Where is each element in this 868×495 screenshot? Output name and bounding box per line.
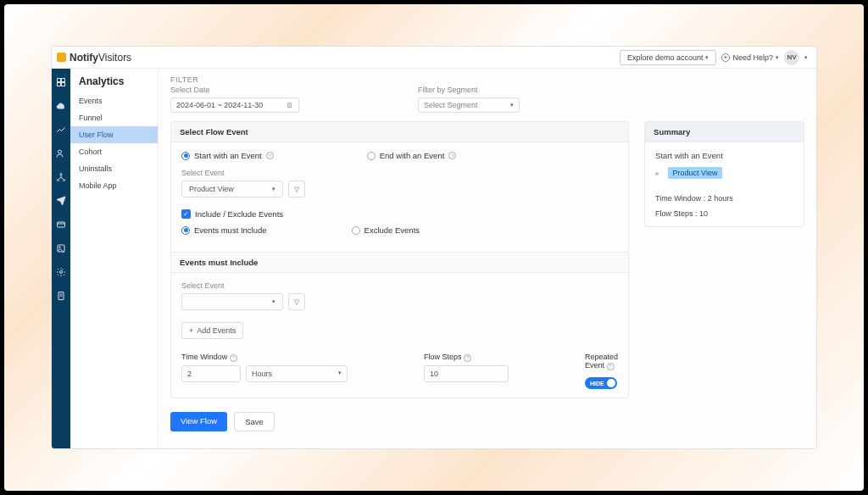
nav-settings-icon[interactable] [56,267,66,277]
chevron-down-icon: ▾ [272,298,275,305]
filter-heading: FILTER [170,75,804,84]
avatar[interactable]: NV [784,50,799,65]
repeated-event-toggle[interactable]: HIDE [585,377,617,389]
plus-icon: + [189,326,193,335]
include-event-select[interactable]: ▾ [181,293,283,310]
filter-icon-button[interactable]: ▽ [288,181,305,197]
summary-header: Summary [645,122,804,142]
chevron-down-icon: ▾ [776,54,779,61]
flow-panel-header: Select Flow Event [171,122,628,142]
help-icon[interactable]: ? [464,354,471,362]
date-range-input[interactable]: 2024-06-01 ~ 2024-11-30 🗓 [170,97,299,113]
chevron-down-icon: ▾ [510,102,514,108]
exclude-events-radio[interactable]: Exclude Events [352,225,420,235]
segment-label: Filter by Segment [418,86,520,94]
bullet-icon [655,172,659,175]
must-include-radio[interactable]: Events must Include [181,225,267,235]
radio-checked-icon [181,152,190,160]
nav-cloud-icon[interactable] [56,101,66,111]
svg-rect-1 [62,79,65,82]
svg-rect-8 [58,222,65,227]
brand-light: Visitors [98,52,131,64]
explore-account-button[interactable]: Explore demo account ▾ [620,50,717,65]
help-icon[interactable]: ? [266,152,274,159]
svg-rect-3 [62,83,65,86]
lifebuoy-icon: ✦ [721,53,730,62]
svg-point-5 [60,174,62,175]
summary-panel: Summary Start with an Event Product View… [644,121,804,227]
save-button[interactable]: Save [234,412,275,431]
select-event-label-2: Select Event [181,281,618,290]
svg-point-6 [58,180,59,181]
nav-send-icon[interactable] [56,196,66,206]
add-events-button[interactable]: + Add Events [181,322,243,339]
summary-event-tag: Product View [668,167,723,179]
time-unit-select[interactable]: Hours ▾ [246,365,348,382]
need-help-button[interactable]: ✦ Need Help? ▾ [721,53,779,62]
flow-steps-label: Flow Steps [424,353,462,361]
time-window-label: Time Window [181,353,227,361]
svg-point-4 [58,150,62,153]
nav-users-icon[interactable] [56,148,66,159]
radio-empty-icon [367,152,376,160]
svg-point-12 [60,271,63,274]
summary-time-window: Time Window : 2 hours [655,194,793,203]
sidebar-item-events[interactable]: Events [70,92,158,109]
brand-logo: NotifyVisitors [57,52,131,64]
nav-analytics-icon[interactable] [56,125,66,135]
sub-sidebar: Analytics Events Funnel User Flow Cohort… [70,69,159,448]
time-value-input[interactable]: 2 [181,365,241,382]
view-flow-button[interactable]: View Flow [170,412,227,431]
help-icon[interactable]: ? [230,354,237,362]
svg-point-11 [59,247,61,248]
brand-bold: Notify [70,52,98,64]
summary-flow-steps: Flow Steps : 10 [655,209,793,218]
summary-start-label: Start with an Event [655,151,793,160]
select-event-label: Select Event [181,169,618,177]
must-include-header: Events must Include [171,252,628,273]
flow-steps-input[interactable]: 10 [424,365,509,382]
toggle-knob [607,379,615,387]
svg-rect-0 [58,79,61,82]
help-icon[interactable]: ? [448,152,456,159]
nav-dashboard-icon[interactable] [56,77,66,87]
event-select[interactable]: Product View ▾ [181,181,283,197]
svg-rect-2 [58,83,61,86]
radio-empty-icon [352,226,360,235]
sidebar-item-funnel[interactable]: Funnel [70,109,158,126]
sidebar-item-uninstalls[interactable]: Uninstalls [70,160,158,177]
sidebar-item-mobile-app[interactable]: Mobile App [70,177,158,194]
start-with-event-radio[interactable]: Start with an Event ? [181,151,274,160]
nav-card-icon[interactable] [56,220,66,230]
nav-image-icon[interactable] [56,243,66,253]
end-with-event-radio[interactable]: End with an Event ? [367,151,457,160]
icon-nav [52,69,70,448]
include-exclude-label: Include / Exclude Events [195,209,283,219]
nav-doc-icon[interactable] [56,291,66,301]
date-label: Select Date [170,86,299,94]
flow-event-panel: Select Flow Event Start with an Event ? … [170,121,629,398]
chevron-down-icon[interactable]: ▾ [804,54,808,61]
chevron-down-icon: ▾ [705,54,709,61]
chevron-down-icon: ▾ [272,186,275,192]
checkbox-checked-icon[interactable]: ✓ [181,209,191,219]
help-icon[interactable]: ? [607,363,615,370]
page-title: Analytics [70,75,158,92]
nav-network-icon[interactable] [56,172,66,182]
segment-select[interactable]: Select Segment ▾ [418,97,520,113]
sidebar-item-user-flow[interactable]: User Flow [70,126,158,143]
calendar-icon: 🗓 [287,102,293,109]
sidebar-item-cohort[interactable]: Cohort [70,143,158,160]
radio-checked-icon [181,226,190,235]
svg-point-7 [64,180,65,181]
chevron-down-icon: ▾ [338,370,342,378]
filter-icon-button[interactable]: ▽ [288,293,305,310]
